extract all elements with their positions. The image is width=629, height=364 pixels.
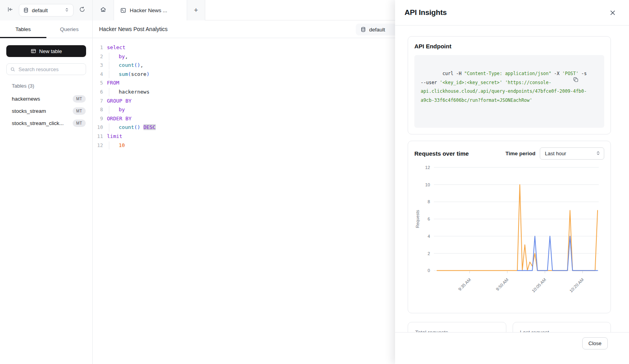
- line-number: 1: [93, 43, 103, 52]
- search-resources-input[interactable]: [18, 66, 88, 72]
- code-line-content: FROM: [107, 79, 119, 88]
- plus-icon: +: [194, 6, 198, 15]
- collapse-sidebar-button[interactable]: [5, 5, 16, 16]
- requests-over-time-card: Requests over time Time period Last hour…: [408, 141, 611, 313]
- svg-text:2: 2: [428, 251, 430, 256]
- requests-line-chart: 024681012Requests9:35 AM9:50 AM10:05 AM1…: [414, 163, 604, 311]
- svg-text:9:50 AM: 9:50 AM: [495, 277, 509, 292]
- sql-editor[interactable]: 1select2by,3count(),4sum(score)5FROM6hac…: [93, 38, 395, 364]
- sidebar-tabs: Tables Queries: [0, 20, 92, 38]
- tab-hacker-news[interactable]: Hacker News ...: [114, 0, 187, 20]
- line-number: 5: [93, 79, 103, 88]
- chevron-up-down-icon: [64, 7, 69, 13]
- code-line: 1select: [93, 43, 395, 52]
- panel-footer: Close: [395, 332, 629, 364]
- code-line-content: hackernews: [107, 88, 149, 97]
- svg-text:10:05 AM: 10:05 AM: [531, 277, 547, 293]
- tab-tables[interactable]: Tables: [0, 20, 46, 38]
- code-line-content: select: [107, 43, 125, 52]
- svg-text:Requests: Requests: [415, 210, 420, 228]
- curl-command: curl -H "Content-Type: application/json"…: [421, 71, 589, 103]
- svg-text:6: 6: [428, 217, 430, 221]
- code-line: 7GROUP BY: [93, 97, 395, 106]
- svg-text:9:35 AM: 9:35 AM: [457, 277, 472, 292]
- refresh-button[interactable]: [77, 5, 88, 16]
- new-table-button[interactable]: New table: [6, 45, 86, 57]
- api-endpoint-card: API Endpoint curl -H "Content-Type: appl…: [408, 36, 611, 134]
- close-panel-button[interactable]: [607, 7, 618, 18]
- code-line: 6hackernews: [93, 88, 395, 97]
- code-line: 11limit: [93, 132, 395, 141]
- editor-database-value: default: [369, 27, 385, 33]
- code-line-content: ORDER BY: [107, 114, 132, 123]
- code-line: 10count() DESC: [93, 123, 395, 132]
- table-list-item[interactable]: stocks_streamMT: [6, 105, 86, 117]
- close-button[interactable]: Close: [582, 337, 608, 349]
- api-endpoint-title: API Endpoint: [414, 43, 604, 50]
- copy-button[interactable]: [573, 59, 600, 100]
- api-insights-panel: API Insights API Endpoint curl -H "Conte…: [395, 0, 629, 364]
- table-engine-badge: MT: [73, 107, 86, 115]
- line-number: 4: [93, 70, 103, 79]
- code-lines: 1select2by,3count(),4sum(score)5FROM6hac…: [93, 43, 395, 150]
- svg-text:0: 0: [428, 268, 430, 273]
- line-number: 6: [93, 88, 103, 97]
- search-icon: [10, 67, 15, 72]
- new-tab-button[interactable]: +: [187, 0, 205, 20]
- workspace-toolbar: default: [0, 0, 93, 20]
- code-line-content: sum(score): [107, 70, 149, 79]
- tables-section-label: Tables (3): [12, 83, 86, 89]
- line-number: 12: [93, 141, 103, 150]
- curl-command-block: curl -H "Content-Type: application/json"…: [414, 55, 604, 128]
- line-number: 10: [93, 123, 103, 132]
- table-name: stocks_stream_click...: [12, 120, 64, 126]
- svg-text:4: 4: [428, 234, 430, 239]
- table-name: hackernews: [12, 96, 40, 102]
- svg-text:10: 10: [425, 182, 430, 187]
- line-number: 11: [93, 132, 103, 141]
- code-line-content: count() DESC: [107, 123, 156, 132]
- svg-text:10:20 AM: 10:20 AM: [568, 277, 585, 293]
- svg-text:8: 8: [428, 199, 430, 204]
- time-period-label: Time period: [506, 151, 535, 156]
- copy-icon: [573, 77, 600, 83]
- chevron-up-down-icon: [596, 151, 601, 157]
- code-line-content: 10: [107, 141, 125, 150]
- arrow-left-to-line-icon: [7, 6, 13, 14]
- code-line-content: by,: [107, 52, 128, 61]
- svg-text:12: 12: [425, 165, 430, 170]
- sidebar: Tables Queries New table Tables (3) hack…: [0, 20, 93, 364]
- line-number: 7: [93, 97, 103, 106]
- database-selector[interactable]: default: [19, 4, 74, 17]
- code-line-content: count(),: [107, 61, 143, 70]
- line-number: 3: [93, 61, 103, 70]
- new-table-label: New table: [39, 48, 62, 54]
- table-engine-badge: MT: [73, 95, 86, 103]
- database-icon: [23, 7, 29, 13]
- home-tab-button[interactable]: [93, 0, 114, 20]
- line-number: 9: [93, 114, 103, 123]
- query-title: Hacker News Post Analytics: [99, 26, 167, 32]
- database-selector-value: default: [32, 7, 48, 13]
- console-tab-icon: [120, 7, 126, 13]
- tab-title: Hacker News ...: [130, 7, 167, 13]
- table-list-item[interactable]: hackernewsMT: [6, 93, 86, 105]
- refresh-icon: [79, 6, 85, 14]
- search-resources-box: [6, 63, 86, 75]
- home-icon: [100, 6, 107, 15]
- panel-title: API Insights: [405, 8, 447, 17]
- code-line: 4sum(score): [93, 70, 395, 79]
- table-list-item[interactable]: stocks_stream_click...MT: [6, 117, 86, 129]
- table-name: stocks_stream: [12, 108, 46, 114]
- tables-list: hackernewsMTstocks_streamMTstocks_stream…: [6, 93, 86, 129]
- code-line: 5FROM: [93, 79, 395, 88]
- tab-queries[interactable]: Queries: [46, 20, 93, 38]
- time-period-value: Last hour: [545, 151, 566, 156]
- code-line: 2by,: [93, 52, 395, 61]
- code-line-content: GROUP BY: [107, 97, 132, 106]
- panel-header: API Insights: [395, 0, 629, 26]
- code-line: 9ORDER BY: [93, 114, 395, 123]
- requests-chart-title: Requests over time: [414, 150, 469, 157]
- time-period-select[interactable]: Last hour: [540, 147, 604, 160]
- table-engine-badge: MT: [73, 119, 86, 127]
